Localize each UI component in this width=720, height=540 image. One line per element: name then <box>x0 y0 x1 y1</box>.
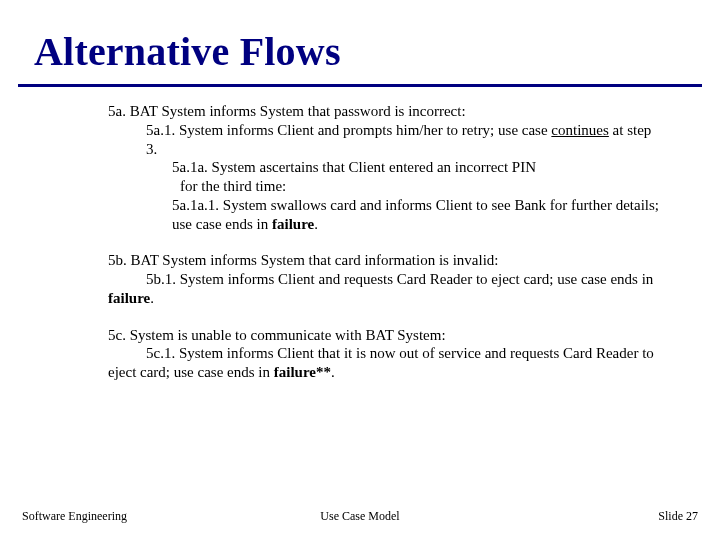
text: 5b.1. System informs Client and requests… <box>146 271 653 287</box>
keyword-failure: failure <box>108 290 150 306</box>
slide: Alternative Flows 5a. BAT System informs… <box>0 0 720 540</box>
text: 5a.1a.1. System swallows card and inform… <box>172 197 659 232</box>
footer-right-label: Slide <box>658 509 686 523</box>
keyword-failure: failure <box>272 216 314 232</box>
slide-number: 27 <box>686 509 698 523</box>
footer-center: Use Case Model <box>0 509 720 524</box>
flow-5a-1a-1: 5a.1a.1. System swallows card and inform… <box>172 196 660 234</box>
flow-5c-head: 5c. System is unable to communicate with… <box>108 326 660 345</box>
slide-title: Alternative Flows <box>34 28 341 75</box>
keyword-failure: failure** <box>274 364 331 380</box>
flow-5a-1a-line2: for the third time: <box>180 177 660 196</box>
text: . <box>331 364 335 380</box>
flow-5a-1a-line1: 5a.1a. System ascertains that Client ent… <box>172 158 660 177</box>
footer-right: Slide 27 <box>658 509 698 524</box>
title-underline <box>18 84 702 87</box>
flow-5a-head: 5a. BAT System informs System that passw… <box>108 102 660 121</box>
flow-5b-head: 5b. BAT System informs System that card … <box>108 251 660 270</box>
flow-5a: 5a. BAT System informs System that passw… <box>108 102 660 233</box>
flow-5a-1: 5a.1. System informs Client and prompts … <box>146 121 660 159</box>
text: . <box>150 290 154 306</box>
flow-5c: 5c. System is unable to communicate with… <box>108 326 660 382</box>
text: 5c.1. System informs Client that it is n… <box>108 345 654 380</box>
text: . <box>314 216 318 232</box>
keyword-continues: continues <box>551 122 609 138</box>
text: 5a.1. System informs Client and prompts … <box>146 122 551 138</box>
flow-5c-1: 5c.1. System informs Client that it is n… <box>108 344 660 382</box>
flow-5b: 5b. BAT System informs System that card … <box>108 251 660 307</box>
slide-body: 5a. BAT System informs System that passw… <box>108 102 660 382</box>
flow-5b-1: 5b.1. System informs Client and requests… <box>108 270 660 308</box>
